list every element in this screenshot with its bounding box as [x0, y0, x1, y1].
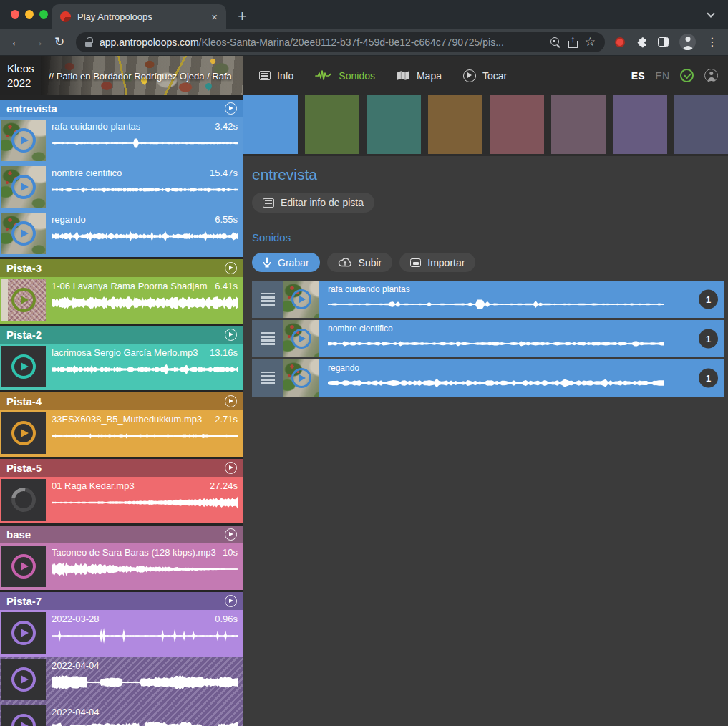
sound-item[interactable]: 1-06 Lavanya Rama Poorna Shadjam Rupak..…	[0, 277, 243, 324]
track-color-square[interactable]	[428, 95, 482, 154]
sound-waveform	[52, 134, 238, 153]
browser-tab[interactable]: Play Antropoloops ×	[52, 4, 226, 29]
nav-info-label: Info	[277, 70, 293, 82]
nav-sonidos[interactable]: Sonidos	[315, 70, 375, 82]
sound-meta: 2022-03-28 0.96s	[46, 612, 243, 657]
drag-handle-icon	[261, 332, 275, 345]
track-play-icon[interactable]	[225, 102, 237, 115]
sound-thumbnail[interactable]	[1, 166, 46, 208]
sound-meta: rafa cuidando plantas 3.42s	[46, 120, 243, 164]
sound-thumbnail[interactable]	[1, 546, 46, 587]
sound-thumbnail[interactable]	[1, 279, 46, 321]
lock-icon[interactable]	[85, 37, 92, 47]
record-extension-icon[interactable]	[615, 37, 625, 47]
drag-handle[interactable]	[252, 281, 283, 318]
new-tab-button[interactable]: +	[238, 9, 247, 24]
track-play-icon[interactable]	[225, 329, 237, 341]
edit-track-button[interactable]: Editar info de pista	[252, 193, 374, 213]
track-play-icon[interactable]	[225, 262, 237, 274]
sound-thumbnail[interactable]	[1, 659, 46, 700]
reload-button[interactable]: ↻	[49, 34, 70, 49]
sound-name: nombre cientifico	[52, 168, 122, 178]
sound-row: nombre cientifico 1	[252, 320, 724, 357]
map-pin-small-icon	[210, 58, 217, 65]
drag-handle[interactable]	[252, 320, 283, 357]
nav-info[interactable]: Info	[259, 70, 293, 82]
extensions-puzzle-icon[interactable]	[636, 37, 647, 48]
track-header[interactable]: Pista-7	[0, 592, 243, 610]
zoom-icon[interactable]	[550, 37, 561, 48]
track-play-icon[interactable]	[225, 595, 237, 607]
sound-thumbnail[interactable]	[1, 213, 46, 254]
side-panel-icon[interactable]	[658, 37, 669, 47]
tab-search-chevron-icon[interactable]	[707, 9, 714, 17]
sound-thumbnail[interactable]	[1, 612, 46, 654]
sound-item[interactable]: 2022-03-28 0.96s	[0, 610, 243, 657]
record-button[interactable]: Grabar	[252, 253, 320, 272]
share-icon[interactable]	[568, 37, 578, 48]
lang-en-button[interactable]: EN	[656, 70, 669, 82]
track-header[interactable]: Pista-5	[0, 459, 243, 477]
sound-item[interactable]: 2022-04-04	[0, 657, 243, 703]
sound-thumbnail[interactable]	[1, 412, 46, 454]
forward-button[interactable]: →	[27, 35, 49, 49]
track-color-square[interactable]	[613, 95, 667, 154]
fullscreen-window-button[interactable]	[39, 10, 48, 19]
track-header[interactable]: Pista-2	[0, 326, 243, 344]
sync-check-icon[interactable]	[680, 69, 694, 82]
track-header[interactable]: Pista-4	[0, 392, 243, 410]
back-button[interactable]: ←	[6, 35, 27, 49]
sound-thumbnail[interactable]	[283, 359, 319, 397]
sound-item[interactable]: 33ESX6038_B5_Muthedukkum.mp3 2.71s	[0, 410, 243, 457]
sound-item[interactable]: 2022-04-04	[0, 703, 243, 726]
track-play-icon[interactable]	[225, 462, 237, 474]
sound-waveform	[52, 626, 238, 645]
sound-item[interactable]: 01 Raga Kedar.mp3 27.24s	[0, 477, 243, 523]
sound-duration: 6.41s	[215, 281, 238, 291]
track-header[interactable]: entrevista	[0, 100, 243, 117]
track-color-square[interactable]	[551, 95, 606, 154]
sound-row-body[interactable]: regando 1	[319, 359, 724, 397]
track-color-square[interactable]	[490, 95, 544, 154]
sound-item[interactable]: lacrimosa Sergio García Merlo.mp3 13.16s	[0, 344, 243, 390]
lang-es-button[interactable]: ES	[631, 70, 645, 82]
track-play-icon[interactable]	[225, 528, 237, 541]
address-bar[interactable]: app.antropoloops.com/Kleos-Santa-Marina/…	[76, 32, 605, 52]
play-icon	[11, 175, 36, 199]
import-button[interactable]: Importar	[399, 253, 475, 272]
sound-item[interactable]: Taconeo de Sara Baras (128 kbps).mp3 10s	[0, 543, 243, 590]
sound-thumbnail[interactable]	[1, 346, 46, 387]
sound-row-body[interactable]: rafa cuidando plantas 1	[319, 281, 724, 318]
upload-button[interactable]: Subir	[327, 253, 393, 272]
sound-item[interactable]: regando 6.55s	[0, 210, 243, 257]
sound-item[interactable]: rafa cuidando plantas 3.42s	[0, 117, 243, 164]
app-logo[interactable]: Kleos 2022	[0, 56, 41, 95]
sound-thumbnail[interactable]	[283, 281, 319, 318]
play-icon	[6, 483, 40, 516]
track-play-icon[interactable]	[225, 395, 237, 407]
sound-item[interactable]: nombre cientifico 15.47s	[0, 164, 243, 210]
profile-avatar[interactable]	[679, 34, 696, 50]
close-tab-icon[interactable]: ×	[211, 11, 218, 22]
track-header[interactable]: base	[0, 526, 243, 543]
nav-mapa[interactable]: Mapa	[397, 70, 442, 82]
sound-thumbnail[interactable]	[1, 120, 46, 161]
account-icon[interactable]	[704, 69, 718, 82]
track-header[interactable]: Pista-3	[0, 259, 243, 277]
drag-handle[interactable]	[252, 359, 283, 397]
close-window-button[interactable]	[11, 10, 19, 19]
sound-thumbnail[interactable]	[283, 320, 319, 357]
nav-tocar[interactable]: Tocar	[463, 69, 507, 82]
track-color-square[interactable]	[243, 95, 298, 154]
track-color-square[interactable]	[367, 95, 421, 154]
bookmark-star-icon[interactable]: ☆	[585, 36, 596, 48]
sound-duration: 10s	[223, 547, 238, 558]
browser-menu-icon[interactable]: ⋮	[707, 37, 718, 48]
track-color-square[interactable]	[674, 95, 728, 154]
sound-row-body[interactable]: nombre cientifico 1	[319, 320, 724, 357]
list-icon	[263, 198, 274, 208]
sound-thumbnail[interactable]	[1, 705, 46, 726]
minimize-window-button[interactable]	[25, 10, 34, 19]
track-color-square[interactable]	[305, 95, 359, 154]
sound-thumbnail[interactable]	[1, 479, 46, 521]
